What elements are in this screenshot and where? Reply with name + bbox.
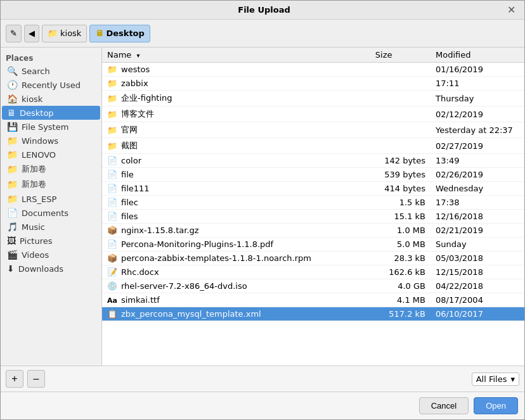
table-row[interactable]: 📁 截图 02/27/2019 (102, 138, 524, 154)
sidebar-icon-xinjuan2: 📁 (7, 179, 18, 189)
sidebar-item-xinjuan1[interactable]: 📁新加卷 (2, 162, 100, 177)
sidebar-label-filesystem: File System (22, 122, 68, 132)
sidebar-section-places: Places (1, 51, 101, 64)
file-icon: 📄 (107, 239, 117, 249)
sidebar-item-filesystem[interactable]: 💾File System (2, 120, 100, 134)
sidebar-item-recently-used[interactable]: 🕐Recently Used (2, 78, 100, 92)
sidebar-item-desktop[interactable]: 🖥Desktop (2, 106, 100, 120)
sidebar-item-documents[interactable]: 📄Documents (2, 206, 100, 220)
file-icon: 📄 (107, 156, 117, 165)
sidebar-icon-music: 🎵 (7, 222, 18, 232)
file-name-cell: 📁 博客文件 (102, 106, 370, 122)
file-icon: 📄 (107, 212, 117, 221)
sidebar-item-search[interactable]: 🔍Search (2, 64, 100, 78)
file-modified-cell: 05/03/2018 (431, 251, 524, 265)
file-size-cell: 142 bytes (370, 154, 431, 168)
file-name: nginx-1.15.8.tar.gz (121, 226, 199, 235)
table-row[interactable]: 📝 Rhc.docx 162.6 kB 12/15/2018 (102, 265, 524, 279)
bottom-bar: + – All Files ▾ (1, 366, 524, 391)
sidebar-icon-kiosk: 🏠 (7, 94, 18, 104)
file-modified-cell: 02/21/2019 (431, 224, 524, 238)
table-row[interactable]: 📄 color 142 bytes 13:49 (102, 154, 524, 168)
table-row[interactable]: 📁 westos 01/16/2019 (102, 63, 524, 77)
file-icon: Aa (107, 295, 117, 305)
filter-arrow: ▾ (510, 374, 515, 384)
file-size-cell (370, 106, 431, 122)
edit-icon: ✎ (10, 29, 17, 38)
file-icon: 📄 (107, 198, 117, 207)
sidebar: Places 🔍Search🕐Recently Used🏠kiosk🖥Deskt… (1, 48, 102, 366)
file-modified-cell: 12/15/2018 (431, 265, 524, 279)
file-size-cell: 28.3 kB (370, 251, 431, 265)
file-size-cell: 1.5 kB (370, 196, 431, 210)
table-row[interactable]: Aa simkai.ttf 4.1 MB 08/17/2004 (102, 293, 524, 307)
sidebar-label-pictures: Pictures (20, 236, 52, 246)
sidebar-item-xinjuan2[interactable]: 📁新加卷 (2, 177, 100, 192)
table-row[interactable]: 📦 percona-zabbix-templates-1.1.8-1.noarc… (102, 251, 524, 265)
file-size-cell (370, 91, 431, 106)
table-row[interactable]: 📄 Percona-Monitoring-Plugins-1.1.8.pdf 5… (102, 238, 524, 251)
table-row[interactable]: 💿 rhel-server-7.2-x86_64-dvd.iso 4.0 GB … (102, 279, 524, 293)
file-name: files (121, 212, 138, 221)
sidebar-label-lrs-esp: LRS_ESP (22, 194, 56, 204)
col-size[interactable]: Size (370, 48, 431, 63)
remove-button[interactable]: – (27, 370, 45, 388)
close-button[interactable]: ✕ (503, 3, 519, 17)
file-modified-cell: 08/17/2004 (431, 293, 524, 307)
sidebar-icon-filesystem: 💾 (7, 122, 18, 132)
col-name[interactable]: Name ▾ (102, 48, 370, 63)
file-name: 截图 (121, 140, 138, 151)
breadcrumb-desktop[interactable]: 🖥 Desktop (89, 25, 150, 42)
cancel-button[interactable]: Cancel (419, 397, 469, 414)
table-row[interactable]: 📄 files 15.1 kB 12/16/2018 (102, 210, 524, 224)
file-name: simkai.ttf (121, 295, 160, 305)
sidebar-item-windows[interactable]: 📁Windows (2, 134, 100, 148)
open-button[interactable]: Open (474, 397, 518, 414)
file-size-cell: 5.0 MB (370, 238, 431, 251)
file-modified-cell: Thursday (431, 91, 524, 106)
sidebar-label-videos: Videos (22, 250, 49, 260)
col-modified[interactable]: Modified (431, 48, 524, 63)
file-name: rhel-server-7.2-x86_64-dvd.iso (121, 281, 247, 291)
sidebar-item-lenovo[interactable]: 📁LENOVO (2, 148, 100, 162)
dialog-title: File Upload (25, 5, 503, 15)
sidebar-item-videos[interactable]: 🎬Videos (2, 248, 100, 262)
table-row[interactable]: 📄 file111 414 bytes Wednesday (102, 182, 524, 196)
file-modified-cell: 02/12/2019 (431, 106, 524, 122)
file-table: Name ▾ Size Modified (102, 48, 524, 366)
toolbar: ✎ ◀ 📁 kiosk 🖥 Desktop (1, 20, 524, 48)
file-name: file (121, 170, 134, 179)
sidebar-item-lrs-esp[interactable]: 📁LRS_ESP (2, 192, 100, 206)
file-icon: 📋 (107, 309, 117, 319)
sidebar-item-music[interactable]: 🎵Music (2, 220, 100, 234)
file-icon: 📁 (107, 141, 117, 151)
file-size-cell (370, 77, 431, 91)
sidebar-icon-lrs-esp: 📁 (7, 194, 18, 204)
table-row[interactable]: 📋 zbx_percona_mysql_template.xml 517.2 k… (102, 307, 524, 321)
table-row[interactable]: 📄 file 539 bytes 02/26/2019 (102, 168, 524, 182)
file-name-cell: 📁 westos (102, 63, 370, 77)
file-name: zbx_percona_mysql_template.xml (121, 309, 261, 319)
file-name-cell: 📄 Percona-Monitoring-Plugins-1.1.8.pdf (102, 238, 370, 251)
file-size-cell (370, 122, 431, 138)
sidebar-item-kiosk[interactable]: 🏠kiosk (2, 92, 100, 106)
sidebar-item-downloads[interactable]: ⬇Downloads (2, 262, 100, 276)
table-row[interactable]: 📁 zabbix 17:11 (102, 77, 524, 91)
file-name-cell: 📝 Rhc.docx (102, 265, 370, 279)
table-row[interactable]: 📁 博客文件 02/12/2019 (102, 106, 524, 122)
table-row[interactable]: 📄 filec 1.5 kB 17:38 (102, 196, 524, 210)
file-name-cell: 📦 nginx-1.15.8.tar.gz (102, 224, 370, 238)
file-filter-dropdown[interactable]: All Files ▾ (472, 372, 519, 386)
file-icon: 📦 (107, 253, 117, 263)
table-row[interactable]: 📦 nginx-1.15.8.tar.gz 1.0 MB 02/21/2019 (102, 224, 524, 238)
table-row[interactable]: 📁 官网 Yesterday at 22:37 (102, 122, 524, 138)
add-button[interactable]: + (6, 370, 23, 388)
back-button[interactable]: ◀ (24, 25, 39, 42)
breadcrumb-kiosk[interactable]: 📁 kiosk (42, 25, 87, 42)
file-name: 官网 (121, 124, 138, 136)
sidebar-item-pictures[interactable]: 🖼Pictures (2, 234, 100, 248)
file-icon: 📁 (107, 65, 117, 74)
file-modified-cell: 06/10/2017 (431, 307, 524, 321)
table-row[interactable]: 📁 企业-fighting Thursday (102, 91, 524, 106)
edit-button[interactable]: ✎ (6, 25, 22, 42)
